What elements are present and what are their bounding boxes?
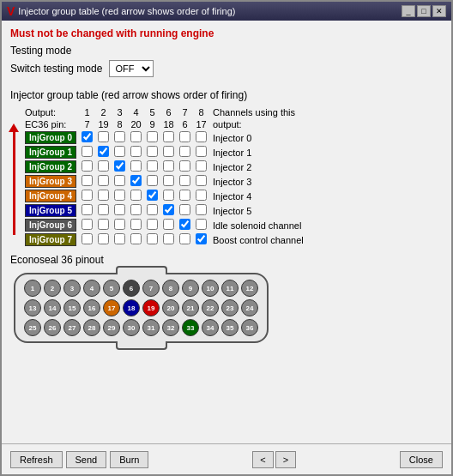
checkbox-row0-col4[interactable]	[147, 131, 158, 142]
checkbox-row7-col2[interactable]	[114, 233, 125, 244]
main-window: V Injector group table (red arrow shows …	[0, 0, 453, 476]
maximize-button[interactable]: □	[417, 5, 431, 17]
col-1: 1	[79, 106, 95, 118]
checkbox-row7-col4[interactable]	[147, 233, 158, 244]
pin-9: 9	[144, 118, 160, 130]
next-button[interactable]: >	[275, 451, 296, 468]
checkbox-row1-col1[interactable]	[98, 146, 109, 157]
checkbox-row5-col7[interactable]	[196, 204, 207, 215]
checkbox-row6-col4[interactable]	[147, 219, 158, 230]
prev-button[interactable]: <	[252, 451, 273, 468]
checkbox-row7-col7[interactable]	[196, 233, 207, 244]
checkbox-row5-col1[interactable]	[98, 204, 109, 215]
checkbox-row2-col5[interactable]	[163, 160, 174, 172]
group-label-6[interactable]: InjGroup 6	[25, 219, 76, 232]
table-row: InjGroup 0Injector 0	[22, 130, 306, 145]
checkbox-row1-col5[interactable]	[163, 146, 174, 157]
col-3: 3	[112, 106, 128, 118]
group-label-1[interactable]: InjGroup 1	[25, 146, 76, 159]
checkbox-row3-col2[interactable]	[114, 175, 125, 186]
output-header: Output:	[22, 106, 79, 118]
checkbox-row5-col0[interactable]	[82, 204, 93, 215]
group-label-7[interactable]: InjGroup 7	[25, 233, 76, 246]
group-label-3[interactable]: InjGroup 3	[25, 175, 76, 188]
checkbox-row3-col3[interactable]	[130, 175, 142, 186]
checkbox-row6-col7[interactable]	[196, 219, 207, 230]
checkbox-row0-col1[interactable]	[98, 131, 109, 142]
checkbox-row4-col7[interactable]	[196, 190, 207, 201]
group-label-0[interactable]: InjGroup 0	[25, 131, 76, 144]
checkbox-row3-col7[interactable]	[196, 175, 207, 186]
refresh-button[interactable]: Refresh	[10, 451, 63, 468]
checkbox-row0-col5[interactable]	[163, 131, 174, 142]
burn-button[interactable]: Burn	[110, 451, 148, 468]
checkbox-row5-col4[interactable]	[147, 204, 158, 215]
checkbox-row7-col1[interactable]	[98, 233, 109, 244]
checkbox-row4-col5[interactable]	[163, 190, 174, 201]
pin-14: 14	[44, 299, 61, 316]
checkbox-row1-col7[interactable]	[196, 146, 207, 157]
checkbox-row4-col2[interactable]	[114, 190, 125, 201]
checkbox-row2-col4[interactable]	[147, 160, 158, 172]
checkbox-row1-col6[interactable]	[179, 146, 190, 157]
checkbox-row4-col4[interactable]	[147, 190, 158, 201]
pin-32: 32	[162, 319, 179, 336]
checkbox-row1-col2[interactable]	[114, 146, 125, 157]
pin-20: 20	[162, 299, 179, 316]
checkbox-row6-col2[interactable]	[114, 219, 125, 230]
checkbox-row3-col6[interactable]	[179, 175, 190, 186]
checkbox-row4-col6[interactable]	[179, 190, 190, 201]
checkbox-row6-col6[interactable]	[179, 219, 190, 230]
group-label-2[interactable]: InjGroup 2	[25, 160, 76, 173]
pin-6: 6	[123, 280, 140, 297]
checkbox-row4-col1[interactable]	[98, 190, 109, 201]
checkbox-row0-col3[interactable]	[130, 131, 142, 142]
send-button[interactable]: Send	[66, 451, 107, 468]
checkbox-row4-col3[interactable]	[130, 190, 142, 201]
pin-36: 36	[241, 319, 258, 336]
checkbox-row2-col1[interactable]	[98, 160, 109, 172]
checkbox-row5-col5[interactable]	[163, 204, 174, 215]
checkbox-row7-col0[interactable]	[82, 233, 93, 244]
group-label-4[interactable]: InjGroup 4	[25, 190, 76, 202]
checkbox-row2-col3[interactable]	[130, 160, 142, 172]
pin-28: 28	[83, 319, 100, 336]
checkbox-row1-col0[interactable]	[82, 146, 93, 157]
checkbox-row3-col1[interactable]	[98, 175, 109, 186]
checkbox-row2-col7[interactable]	[196, 160, 207, 172]
checkbox-row3-col4[interactable]	[147, 175, 158, 186]
checkbox-row0-col0[interactable]	[82, 131, 93, 142]
switch-select[interactable]: OFF ON	[109, 60, 154, 77]
pin-19: 19	[95, 118, 112, 130]
checkbox-row6-col1[interactable]	[98, 219, 109, 230]
pin-row-2: 252627282930313233343536	[24, 319, 258, 336]
checkbox-row5-col3[interactable]	[130, 204, 142, 215]
checkbox-row0-col2[interactable]	[114, 131, 125, 142]
checkbox-row2-col0[interactable]	[82, 160, 93, 172]
checkbox-row1-col3[interactable]	[130, 146, 142, 157]
checkbox-row5-col2[interactable]	[114, 204, 125, 215]
checkbox-row5-col6[interactable]	[179, 204, 190, 215]
table-row: InjGroup 6Idle solenoid channel	[22, 218, 306, 232]
pin-3: 3	[63, 280, 81, 297]
checkbox-row6-col0[interactable]	[82, 219, 93, 230]
pin-row-1: 131415161718192021222324	[24, 299, 258, 316]
checkbox-row7-col6[interactable]	[179, 233, 190, 244]
minimize-button[interactable]: _	[402, 5, 415, 17]
checkbox-row7-col3[interactable]	[130, 233, 142, 244]
checkbox-row3-col0[interactable]	[82, 175, 93, 186]
checkbox-row0-col7[interactable]	[196, 131, 207, 142]
window-close-button[interactable]: ✕	[432, 5, 446, 17]
close-button[interactable]: Close	[400, 451, 443, 468]
pin-row-0: 123456789101112	[24, 280, 258, 297]
checkbox-row6-col5[interactable]	[163, 219, 174, 230]
checkbox-row3-col5[interactable]	[163, 175, 174, 186]
checkbox-row7-col5[interactable]	[163, 233, 174, 244]
checkbox-row0-col6[interactable]	[179, 131, 190, 142]
checkbox-row2-col6[interactable]	[179, 160, 190, 172]
checkbox-row1-col4[interactable]	[147, 146, 158, 157]
checkbox-row4-col0[interactable]	[82, 190, 93, 201]
checkbox-row6-col3[interactable]	[130, 219, 142, 230]
checkbox-row2-col2[interactable]	[114, 160, 125, 172]
group-label-5[interactable]: InjGroup 5	[25, 204, 76, 217]
